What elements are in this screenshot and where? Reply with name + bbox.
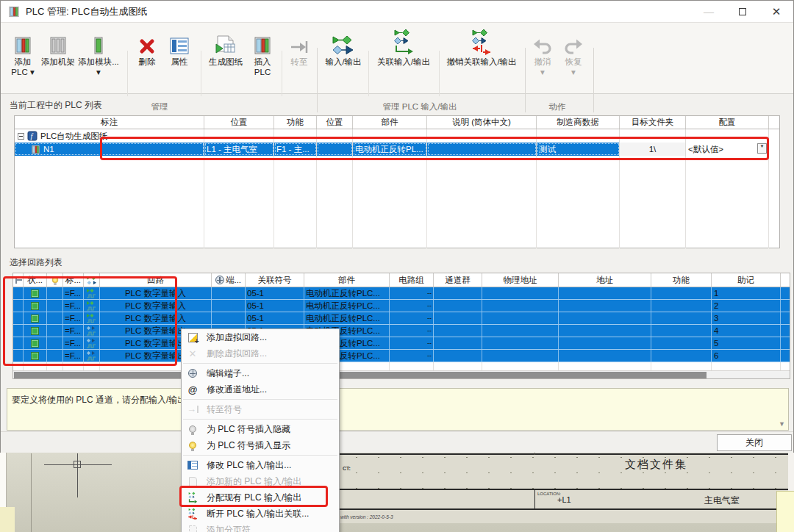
col-config[interactable]: 配置 [686,116,769,129]
status-ok-icon [31,302,39,310]
bulb-icon[interactable] [47,273,63,287]
add-plc-button[interactable]: 添加 PLC ▾ [7,26,39,87]
col-symbol[interactable]: 关联符号 [246,273,304,287]
screen: 文档文件集 LOCATION: +L1 主电气室 CT: with versio… [0,0,794,532]
insert-plc-button[interactable]: 插入 PLC [248,26,277,87]
add-rack-button[interactable]: 添加机架 [40,26,76,87]
circuit-func [651,325,712,337]
menu-item-modify-channel-address[interactable]: @修改通道地址... [182,381,339,398]
plc-part: 电动机正反转PL... [353,143,427,156]
circuit-mnemonic: 1 [712,287,781,299]
unlink-io-icon [187,508,198,520]
menu-item-add-virtual-circuit[interactable]: 添加虚拟回路... [182,329,339,345]
col-target-folder[interactable]: 目标文件夹 [620,116,686,129]
col-location2[interactable]: 位置 [317,116,353,129]
circuit-group: -- [390,312,434,324]
menu-item-modify-plc-io[interactable]: 修改 PLC 输入/输出... [182,457,339,473]
contract-label: CT: [343,466,351,471]
scrollbar-thumb[interactable] [14,372,707,378]
circuit-tag: =F... [63,312,84,324]
plc-manufacturer: 测试 [537,143,620,156]
plc-target-folder[interactable]: 1\ [620,143,686,156]
circuit-mnemonic: 3 [712,312,781,324]
col-group[interactable]: 电路组 [390,273,434,287]
menu-item-assign-existing-plc-io[interactable]: 分配现有 PLC 输入/输出 [182,489,339,506]
menu-item-label: 为 PLC 符号插入隐藏 [207,423,290,436]
unassociate-io-button[interactable]: 撤销关联输入/输出 [442,26,521,87]
circuit-io-icon [84,300,100,312]
tree-root-row[interactable]: f PLC自动生成图纸 [15,129,779,143]
dialog-titlebar[interactable]: PLC 管理: PLC自动生成图纸 — ✕ [1,1,793,23]
col-manufacturer[interactable]: 制造商数据 [537,116,620,129]
horizontal-scrollbar[interactable] [13,370,790,378]
circuit-tag: =F... [63,287,84,299]
circuit-table: 状... 标... 回路 端... 关联符号 部件 电路组 通道群 物理地址 地… [12,273,790,379]
circuit-mnemonic: 6 [712,350,781,362]
menu-item-insert-plc-symbol-shown[interactable]: 为 PLC 符号插入显示 [182,437,339,453]
col-status[interactable]: 状... [24,273,47,287]
col-terminal[interactable]: 端... [212,273,246,287]
col-addr[interactable]: 地址 [559,273,651,287]
tree-collapse-icon[interactable] [18,133,24,140]
circuit-func [651,287,712,299]
circuit-channel-group [434,287,482,299]
add-virtual-circuit-icon [187,331,198,343]
col-func[interactable]: 功能 [651,273,712,287]
circuit-func [651,312,712,324]
menu-item-disconnect-plc-io[interactable]: 断开 PLC 输入/输出关联... [182,506,339,522]
close-dialog-button[interactable]: 关闭 [717,434,792,451]
io-icon [332,26,354,55]
generate-drawings-button[interactable]: 生成图纸 [205,26,246,87]
plc-row-n1[interactable]: N1 L1 - 主电气室 F1 - 主... 电动机正反转PL... 测试 1\… [15,143,779,156]
menu-item-insert-plc-symbol-hidden[interactable]: 为 PLC 符号插入隐藏 [182,421,339,437]
group-label-actions: 动作 [549,101,566,112]
page-break-icon [187,524,198,532]
circuit-row[interactable]: =F... PLC 数字量输出 05-1 电动机正反转PLC... -- 5 [13,337,790,350]
circuit-group: -- [390,287,434,299]
dialog-button-bar: 关闭 [1,431,793,453]
circuit-row[interactable]: =F... PLC 数字量输入 05-1 电动机正反转PLC... -- 1 [13,287,790,300]
col-circuit[interactable]: 回路 [100,273,212,287]
minimize-button[interactable]: — [692,1,726,23]
col-part[interactable]: 部件 [304,273,390,287]
col-channel-group[interactable]: 通道群 [434,273,482,287]
maximize-button[interactable] [726,1,759,23]
col-tag[interactable]: 标... [63,273,84,287]
circuit-addr [559,325,651,337]
circuit-func [651,337,712,349]
toolbar-group-divider [593,48,594,112]
module-icon [93,26,104,55]
col-phys-addr[interactable]: 物理地址 [482,273,559,287]
col-location[interactable]: 位置 [204,116,274,129]
terminal-strip-icon[interactable] [13,273,24,287]
col-part[interactable]: 部件 [353,116,427,129]
circuit-symbol: 05-1 [246,312,304,324]
io-mini-icon[interactable] [84,273,100,287]
circuit-row[interactable]: =F... PLC 数字量输入 05-1 电动机正反转PLC... -- 3 [13,312,790,325]
menu-item-label: 为 PLC 符号插入显示 [207,439,290,452]
col-tag[interactable]: 标注 [15,116,204,129]
menu-item-edit-terminals[interactable]: 编辑端子... [182,365,339,381]
circuit-io-icon [84,325,100,337]
circuit-row[interactable]: =F... PLC 数字量输出 05-1 电动机正反转PLC... -- 4 [13,325,790,337]
col-description[interactable]: 说明 (简体中文) [427,116,537,129]
delete-button[interactable]: 删除 [132,26,162,87]
properties-button[interactable]: 属性 [164,26,195,87]
circuit-terminal [212,287,246,299]
io-button[interactable]: 输入/输出 [320,26,367,87]
circuit-list-section-title: 选择回路列表 [10,256,62,269]
circuit-row[interactable]: =F... PLC 数字量输出 05-1 电动机正反转PLC... -- 6 [13,350,790,362]
scroll-down-icon[interactable]: ▼ [779,420,785,428]
plc-config-select[interactable]: <默认值> ▼ [686,143,769,156]
close-button[interactable]: ✕ [759,1,793,23]
redo-icon [564,26,583,55]
add-module-button[interactable]: 添加模块... ▾ [76,26,121,87]
col-mnemonic[interactable]: 助记 [712,273,781,287]
circuit-terminal [212,312,246,324]
col-function[interactable]: 功能 [274,116,317,129]
circuit-channel-group [434,300,482,312]
circuit-row[interactable]: =F... PLC 数字量输入 05-1 电动机正反转PLC... -- 2 [13,300,790,312]
associate-io-button[interactable]: 关联输入/输出 [371,26,436,87]
circuit-addr [559,337,651,349]
chevron-down-icon[interactable]: ▼ [757,143,767,154]
